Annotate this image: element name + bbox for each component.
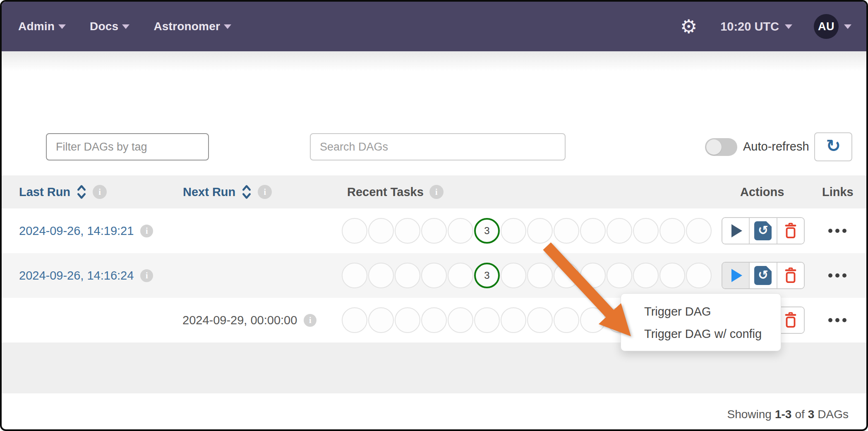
refresh-icon: ↻ (826, 137, 840, 155)
task-state-circle[interactable] (421, 307, 447, 333)
task-state-circle[interactable] (395, 307, 420, 333)
sort-icon[interactable] (76, 184, 87, 199)
refresh-dag-button[interactable]: ↺ (749, 218, 776, 244)
column-last-run: Last Run i (19, 175, 107, 208)
info-icon[interactable]: i (140, 269, 153, 282)
info-icon[interactable]: i (140, 225, 153, 237)
refresh-dag-icon: ↺ (754, 266, 772, 285)
table-row: 2024-09-26, 14:16:24 i 3 ↺ (2, 253, 866, 298)
task-state-circle[interactable] (607, 218, 632, 244)
dot-icon (842, 273, 846, 278)
task-state-circle[interactable] (448, 263, 473, 288)
chevron-down-icon (122, 24, 129, 29)
play-icon (731, 269, 742, 282)
task-state-circle-success[interactable]: 3 (474, 218, 500, 244)
navbar-right: ⚙ 10:20 UTC AU (680, 14, 851, 39)
task-state-circle[interactable] (342, 263, 367, 288)
refresh-dag-button[interactable]: ↺ (749, 263, 776, 288)
column-next-run: Next Run i (183, 175, 272, 208)
task-state-circle[interactable] (554, 263, 579, 288)
last-run-link[interactable]: 2024-09-26, 14:16:24 (19, 269, 134, 283)
last-run-cell: 2024-09-26, 14:19:21 i (19, 208, 153, 253)
task-state-circle[interactable] (342, 307, 367, 333)
play-icon (731, 224, 742, 237)
task-state-circle[interactable] (421, 263, 447, 288)
nav-item-docs[interactable]: Docs (90, 20, 129, 33)
task-state-circle[interactable] (659, 263, 685, 288)
task-state-circle[interactable] (580, 307, 606, 333)
task-state-circle[interactable] (342, 218, 367, 244)
task-state-circle-success[interactable]: 3 (474, 263, 500, 288)
task-state-circle[interactable] (580, 263, 606, 288)
chevron-down-icon (844, 24, 851, 29)
task-state-circle[interactable] (501, 263, 526, 288)
avatar: AU (814, 14, 839, 39)
links-menu-button[interactable] (823, 298, 852, 342)
info-icon[interactable]: i (258, 185, 272, 199)
info-icon[interactable]: i (304, 314, 317, 327)
task-state-circle[interactable] (368, 307, 394, 333)
task-state-circle[interactable] (659, 218, 685, 244)
task-state-circle[interactable] (448, 218, 473, 244)
nav-item-label: Admin (18, 20, 55, 33)
task-state-circle[interactable] (474, 307, 500, 333)
task-state-circle[interactable] (554, 218, 579, 244)
trigger-dag-button[interactable] (722, 218, 749, 244)
task-state-circle[interactable] (633, 218, 659, 244)
task-circles: 3 (342, 208, 712, 253)
task-state-circle[interactable] (580, 218, 606, 244)
gear-icon[interactable]: ⚙ (680, 17, 697, 36)
delete-dag-button[interactable] (777, 218, 804, 244)
task-state-circle[interactable] (395, 218, 420, 244)
menu-item-trigger-dag[interactable]: Trigger DAG (621, 300, 781, 323)
task-state-circle[interactable] (686, 218, 712, 244)
actions-button-group: ↺ (722, 217, 805, 244)
nav-item-astronomer[interactable]: Astronomer (153, 20, 231, 33)
links-menu-button[interactable] (823, 253, 852, 298)
task-state-circle[interactable] (421, 218, 447, 244)
task-state-circle[interactable] (368, 218, 394, 244)
task-state-circle[interactable] (368, 263, 394, 288)
auto-refresh-toggle[interactable] (705, 138, 737, 156)
sort-icon[interactable] (241, 184, 252, 199)
app-window: Admin Docs Astronomer ⚙ 10:20 UTC AU (0, 0, 868, 431)
trigger-dag-button[interactable] (722, 263, 749, 288)
task-state-circle[interactable] (501, 218, 526, 244)
delete-dag-button[interactable] (777, 263, 804, 288)
chevron-down-icon (58, 24, 66, 29)
tag-filter-input[interactable] (46, 133, 209, 160)
last-run-link[interactable]: 2024-09-26, 14:19:21 (19, 224, 134, 238)
links-header: Links (822, 185, 854, 199)
task-state-circle[interactable] (395, 263, 420, 288)
user-menu[interactable]: AU (814, 14, 851, 39)
info-icon[interactable]: i (429, 185, 444, 199)
next-run-value: 2024-09-29, 00:00:00 (182, 314, 297, 327)
dot-icon (835, 273, 839, 278)
showing-label: Showing (727, 408, 772, 421)
task-circles: 3 (342, 253, 712, 298)
task-state-circle[interactable] (633, 263, 659, 288)
chevron-down-icon (224, 24, 231, 29)
task-state-circle[interactable] (686, 263, 712, 288)
task-state-circle[interactable] (501, 307, 526, 333)
menu-item-trigger-dag-config[interactable]: Trigger DAG w/ config (621, 323, 781, 345)
task-state-circle[interactable] (448, 307, 473, 333)
refresh-button[interactable]: ↻ (814, 132, 852, 161)
dot-icon (835, 229, 839, 233)
search-input[interactable] (310, 133, 566, 160)
dot-icon (842, 229, 846, 233)
dot-icon (828, 229, 832, 233)
links-menu-button[interactable] (823, 208, 852, 253)
next-run-header[interactable]: Next Run (183, 185, 235, 199)
timezone-dropdown[interactable]: 10:20 UTC (720, 20, 792, 34)
nav-item-label: Astronomer (153, 20, 220, 33)
task-state-circle[interactable] (527, 218, 553, 244)
task-state-circle[interactable] (607, 263, 632, 288)
task-state-circle[interactable] (527, 307, 553, 333)
actions-header: Actions (740, 185, 784, 199)
task-state-circle[interactable] (527, 263, 553, 288)
last-run-header[interactable]: Last Run (19, 185, 70, 199)
task-state-circle[interactable] (554, 307, 579, 333)
nav-item-admin[interactable]: Admin (18, 20, 66, 33)
info-icon[interactable]: i (93, 185, 107, 199)
